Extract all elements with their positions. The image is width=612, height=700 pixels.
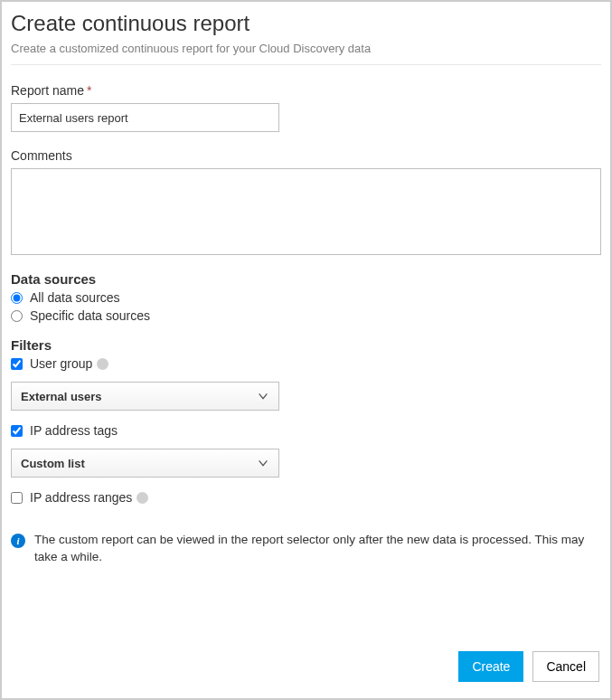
report-name-label: Report name *	[11, 83, 601, 98]
comments-label: Comments	[11, 148, 601, 163]
ip-tags-selected: Custom list	[21, 457, 85, 470]
checkbox-ip-ranges[interactable]: IP address ranges	[11, 490, 601, 505]
radio-specific-data-sources-input[interactable]	[11, 310, 23, 322]
checkbox-user-group-input[interactable]	[11, 358, 23, 370]
user-group-label: User group	[30, 356, 92, 371]
radio-all-data-sources[interactable]: All data sources	[11, 290, 601, 305]
comments-textarea[interactable]	[11, 168, 601, 255]
data-sources-header: Data sources	[11, 271, 601, 287]
checkbox-user-group[interactable]: User group	[11, 356, 601, 371]
dialog-title: Create continuous report	[11, 11, 601, 36]
chevron-down-icon	[257, 457, 269, 469]
dialog-subtitle: Create a customized continuous report fo…	[11, 42, 601, 55]
required-mark: *	[87, 83, 91, 98]
report-name-input[interactable]	[11, 103, 279, 132]
filters-header: Filters	[11, 337, 601, 353]
radio-specific-data-sources[interactable]: Specific data sources	[11, 308, 601, 323]
radio-specific-label: Specific data sources	[30, 308, 150, 323]
create-continuous-report-dialog: Create continuous report Create a custom…	[2, 2, 610, 698]
ip-tags-label: IP address tags	[30, 423, 118, 438]
divider	[11, 64, 601, 65]
dialog-buttons: Create Cancel	[458, 651, 599, 682]
cancel-button[interactable]: Cancel	[532, 651, 599, 682]
radio-all-data-sources-input[interactable]	[11, 292, 23, 304]
report-name-label-text: Report name	[11, 83, 84, 98]
info-note: i The custom report can be viewed in the…	[11, 532, 601, 566]
create-button[interactable]: Create	[458, 651, 523, 682]
info-icon[interactable]	[137, 492, 148, 504]
info-icon[interactable]	[97, 358, 108, 370]
checkbox-ip-tags-input[interactable]	[11, 425, 23, 437]
info-text: The custom report can be viewed in the r…	[34, 532, 601, 566]
radio-all-label: All data sources	[30, 290, 120, 305]
user-group-selected: External users	[21, 390, 102, 403]
user-group-dropdown[interactable]: External users	[11, 382, 279, 411]
info-icon-blue: i	[11, 534, 25, 548]
ip-tags-dropdown[interactable]: Custom list	[11, 449, 279, 478]
checkbox-ip-ranges-input[interactable]	[11, 492, 23, 504]
checkbox-ip-tags[interactable]: IP address tags	[11, 423, 601, 438]
ip-ranges-label: IP address ranges	[30, 490, 132, 505]
chevron-down-icon	[257, 390, 269, 402]
